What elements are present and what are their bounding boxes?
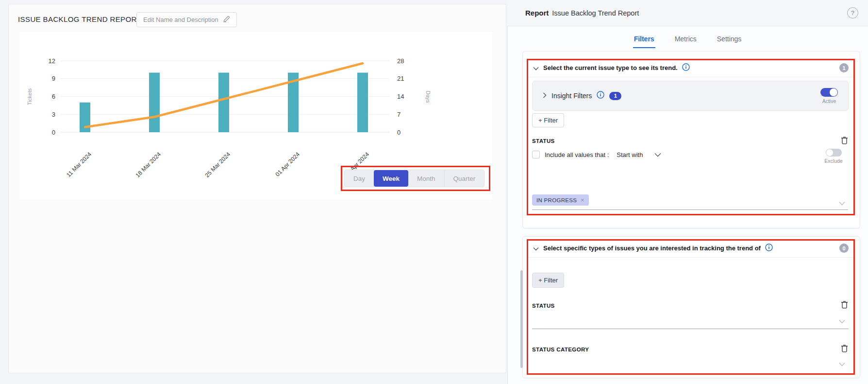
- svg-text:0: 0: [52, 129, 55, 136]
- insight-toggle-state-label: Active: [822, 98, 836, 104]
- tab-settings[interactable]: Settings: [716, 32, 743, 48]
- section2-header: Select specific types of issues you are …: [527, 239, 855, 258]
- svg-text:28: 28: [397, 57, 404, 65]
- exclude-toggle-wrap: Exclude: [821, 149, 846, 164]
- svg-text:25 Mar 2024: 25 Mar 2024: [204, 151, 232, 179]
- svg-text:3: 3: [52, 111, 55, 118]
- svg-text:01 Apr 2024: 01 Apr 2024: [274, 151, 301, 178]
- chevron-down-icon[interactable]: [839, 360, 845, 368]
- chip-label: IN PROGRESS: [536, 197, 577, 203]
- panel-title-value: Issue Backlog Trend Report: [552, 9, 639, 17]
- exclude-toggle[interactable]: [826, 149, 842, 157]
- page-title: ISSUE BACKLOG TREND REPORT: [18, 15, 141, 23]
- svg-text:12: 12: [49, 57, 55, 65]
- add-filter-button[interactable]: + Filter: [532, 113, 564, 127]
- exclude-toggle-label: Exclude: [824, 158, 842, 164]
- include-values-checkbox[interactable]: [532, 151, 540, 158]
- status-filter-label: STATUS: [532, 303, 555, 309]
- svg-text:0: 0: [397, 129, 401, 136]
- trash-icon[interactable]: [841, 344, 848, 354]
- section1-title: Select the current issue type to see its…: [543, 64, 678, 71]
- insight-filters-card: Insight Filters 1 Active: [532, 81, 849, 111]
- chevron-down-icon[interactable]: [533, 64, 539, 72]
- trash-icon[interactable]: [841, 300, 848, 311]
- panel-tabs: FiltersMetricsSettings: [507, 32, 868, 48]
- svg-text:7: 7: [397, 111, 401, 118]
- chevron-down-icon[interactable]: [533, 244, 539, 253]
- svg-text:18 Mar 2024: 18 Mar 2024: [134, 151, 163, 179]
- svg-text:14: 14: [397, 93, 404, 100]
- info-icon[interactable]: [597, 91, 604, 101]
- section1-header: Select the current issue type to see its…: [527, 59, 855, 77]
- status-category-filter-label: STATUS CATEGORY: [532, 347, 589, 352]
- section1-count-badge: 1: [839, 63, 849, 72]
- edit-button-label: Edit Name and Description: [143, 16, 218, 23]
- add-filter-label: + Filter: [538, 277, 558, 284]
- panel-title-label: Report: [525, 9, 549, 17]
- status2-select-underline: [532, 329, 849, 329]
- status-value-chip[interactable]: IN PROGRESS ×: [532, 194, 589, 206]
- insight-filters-toggle[interactable]: [820, 88, 838, 97]
- svg-text:21: 21: [397, 75, 404, 82]
- svg-text:6: 6: [52, 93, 55, 100]
- info-icon[interactable]: [682, 63, 690, 73]
- info-icon[interactable]: [765, 244, 773, 253]
- period-toggle-group: DayWeekMonthQuarter: [344, 170, 484, 187]
- section2-count-badge: 0: [839, 244, 849, 253]
- svg-text:11 Mar 2024: 11 Mar 2024: [65, 151, 93, 178]
- add-filter-button[interactable]: + Filter: [532, 273, 564, 288]
- panel-header: Report Issue Backlog Trend Report ?: [507, 0, 868, 26]
- close-icon[interactable]: ×: [581, 197, 584, 204]
- trash-icon[interactable]: [841, 136, 848, 146]
- tab-metrics[interactable]: Metrics: [674, 32, 698, 48]
- include-values-row: Include all values that : Start with: [532, 150, 661, 159]
- include-values-label: Include all values that :: [545, 151, 609, 158]
- add-filter-label: + Filter: [538, 117, 558, 124]
- chevron-down-icon[interactable]: [839, 199, 845, 208]
- insight-filters-count-badge: 1: [609, 92, 621, 100]
- tab-filters[interactable]: Filters: [633, 32, 655, 48]
- period-option-week[interactable]: Week: [374, 170, 408, 187]
- chevron-down-icon[interactable]: [839, 317, 845, 326]
- period-option-quarter[interactable]: Quarter: [444, 170, 484, 187]
- operator-dropdown[interactable]: Start with: [617, 151, 643, 158]
- insight-filters-label: Insight Filters: [551, 92, 592, 100]
- svg-text:9: 9: [52, 75, 55, 82]
- chevron-down-icon[interactable]: [654, 150, 661, 159]
- edit-name-description-button[interactable]: Edit Name and Description: [136, 12, 237, 27]
- chevron-right-icon[interactable]: [543, 91, 547, 100]
- help-icon[interactable]: ?: [847, 7, 858, 18]
- status-select-underline: [532, 209, 848, 210]
- panel-scrollbar-thumb[interactable]: [520, 270, 523, 368]
- period-option-month[interactable]: Month: [408, 170, 444, 187]
- section2-title: Select specific types of issues you are …: [543, 244, 761, 252]
- period-option-day[interactable]: Day: [345, 170, 374, 187]
- status-filter-label: STATUS: [532, 138, 555, 144]
- svg-text:Tickets: Tickets: [27, 88, 33, 105]
- svg-text:Days: Days: [425, 90, 431, 103]
- pencil-icon: [223, 16, 230, 24]
